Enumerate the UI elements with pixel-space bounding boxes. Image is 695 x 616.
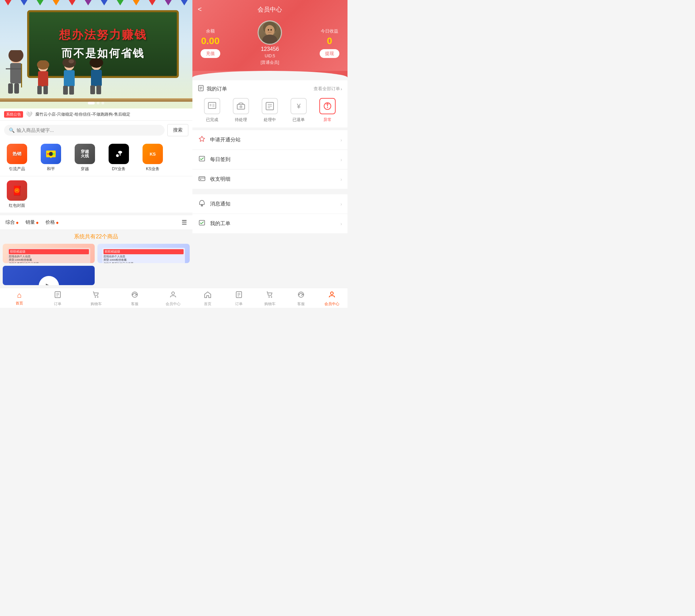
nav-order[interactable]: 订单 — [38, 291, 77, 306]
nav-member[interactable]: 会员中心 — [154, 291, 192, 306]
rnav-home[interactable]: 首页 — [192, 291, 223, 306]
banner-dots — [88, 102, 104, 104]
category-hot[interactable]: 热销 引流产品 — [0, 144, 34, 172]
flag-8 — [117, 0, 123, 5]
username: 123456 — [261, 46, 279, 52]
svg-point-46 — [270, 29, 272, 31]
checkin-icon — [198, 155, 206, 164]
svg-point-37 — [97, 296, 98, 298]
order-exception[interactable]: 异常 — [319, 98, 336, 123]
menu-finance[interactable]: 收支明细 › — [192, 170, 348, 189]
rnav-order-label: 订单 — [235, 301, 243, 306]
category-ks-icon: KS — [142, 144, 163, 164]
nav-order-label: 订单 — [54, 301, 62, 306]
search-input-wrap[interactable]: 🔍 — [4, 125, 165, 136]
product-card-2[interactable]: 联联精超级 您现在的个人信息类型:1000粉丝收藏你的头像可以自定义使用... … — [97, 244, 189, 263]
dot-3[interactable] — [101, 102, 104, 104]
order-refunded[interactable]: ¥ 已退单 — [290, 98, 307, 123]
notification-label: 消息通知 — [210, 201, 341, 207]
nav-service-label: 客服 — [131, 301, 138, 306]
order-processing[interactable]: 处理中 — [261, 98, 278, 123]
right-bottom-nav: 首页 订单 购物车 客服 会员中心 — [192, 288, 348, 308]
nav-service[interactable]: 客服 — [115, 291, 154, 306]
dot-1[interactable] — [88, 102, 95, 104]
checkin-arrow: › — [340, 157, 342, 162]
categories: 热销 引流产品 和平 穿越火线 穿越 — [0, 140, 192, 176]
order-pending-label: 待处理 — [235, 117, 247, 123]
rnav-home-label: 首页 — [204, 301, 211, 306]
orders-title-text: 我的订单 — [207, 86, 227, 92]
flag-2 — [21, 0, 28, 5]
product-card-3[interactable]: ▶ 新款 — [3, 266, 95, 285]
svg-point-76 — [268, 296, 270, 298]
wave-divider — [192, 71, 348, 77]
search-input[interactable] — [17, 127, 160, 133]
svg-rect-55 — [213, 104, 215, 107]
svg-rect-52 — [208, 102, 216, 108]
svg-point-41 — [172, 292, 174, 295]
recharge-button[interactable]: 充值 — [201, 49, 220, 58]
sort-comprehensive[interactable]: 综合 ◆ — [5, 219, 19, 226]
withdraw-button[interactable]: 提现 — [320, 49, 339, 58]
list-view-icon[interactable]: ☰ — [182, 219, 187, 226]
back-button[interactable]: < — [198, 5, 202, 13]
menu-substation[interactable]: 申请开通分站 › — [192, 130, 348, 150]
category-red-icon: 🧧 — [7, 180, 27, 201]
category-red[interactable]: 🧧 红包封面 — [0, 180, 34, 209]
order-icon — [54, 291, 62, 300]
category-cross[interactable]: 穿越火线 穿越 — [68, 144, 102, 172]
rnav-cart[interactable]: 购物车 — [255, 291, 285, 306]
category-ks[interactable]: KS KS业务 — [136, 144, 170, 172]
svg-point-80 — [302, 294, 304, 295]
menu-checkin[interactable]: 每日签到 › — [192, 150, 348, 170]
svg-rect-19 — [91, 70, 102, 86]
heart-icon: 🤍 — [26, 111, 33, 118]
sort-sales[interactable]: 销量 ◆ — [26, 219, 39, 226]
category-peace[interactable]: 和平 — [34, 144, 68, 172]
menu-notification[interactable]: 消息通知 › — [192, 194, 348, 214]
figure-student-2 — [60, 59, 79, 99]
notice-label: 系统公告 — [4, 111, 23, 118]
svg-point-40 — [136, 294, 137, 295]
nav-cart[interactable]: 购物车 — [77, 291, 115, 306]
substation-arrow: › — [340, 137, 342, 143]
rnav-service-label: 客服 — [297, 301, 305, 306]
rnav-cart-label: 购物车 — [264, 301, 275, 306]
nav-home[interactable]: ⌂ 首页 — [0, 291, 38, 306]
dot-2[interactable] — [97, 102, 99, 104]
diamond-icon-3: ◆ — [56, 221, 59, 225]
order-completed[interactable]: 已完成 — [204, 98, 220, 123]
banner-title-1: 想办法努力赚钱 — [59, 27, 147, 43]
member-center-title: 会员中心 — [198, 5, 342, 14]
svg-point-39 — [132, 294, 133, 295]
flag-3 — [37, 0, 44, 5]
search-bar: 🔍 搜索 — [0, 121, 192, 140]
workorder-icon — [198, 219, 206, 228]
nav-member-label: 会员中心 — [166, 301, 181, 306]
product-grid: 联联精超级 您现在的个人信息类型:1000粉丝收藏你的头像可以自定义使用... … — [0, 244, 192, 288]
svg-rect-21 — [96, 85, 101, 94]
avatar-section: 123456 UID:5 [普通会员] — [258, 20, 282, 66]
sort-price[interactable]: 价格 ◆ — [46, 219, 59, 226]
order-pending[interactable]: 待处理 — [233, 98, 249, 123]
workorder-arrow: › — [340, 221, 342, 227]
member-header: < 会员中心 余额 0.00 充值 — [192, 0, 348, 71]
cart-icon — [92, 291, 100, 300]
avatar[interactable] — [258, 20, 282, 45]
sort-bar: 综合 ◆ 销量 ◆ 价格 ◆ ☰ — [0, 215, 192, 230]
search-button[interactable]: 搜索 — [167, 124, 188, 136]
view-all-orders[interactable]: 查看全部订单 › — [313, 86, 342, 92]
menu-workorder[interactable]: 我的工单 › — [192, 214, 348, 233]
orders-section: 我的订单 查看全部订单 › 已完成 待处 — [192, 80, 348, 127]
flag-12 — [181, 0, 188, 5]
rnav-member[interactable]: 会员中心 — [317, 291, 348, 306]
search-icon: 🔍 — [9, 127, 15, 133]
category-ks-label: KS业务 — [146, 166, 159, 172]
rnav-member-icon — [328, 291, 336, 300]
product-card-1[interactable]: 联联精超级 您现在的个人信息类型:1000粉丝收藏你的头像可以自定义使用... … — [3, 244, 95, 263]
order-completed-label: 已完成 — [206, 117, 218, 123]
rnav-service[interactable]: 客服 — [285, 291, 316, 306]
category-dy[interactable]: DY业务 — [102, 144, 136, 172]
finance-icon — [198, 175, 206, 183]
rnav-order[interactable]: 订单 — [223, 291, 254, 306]
